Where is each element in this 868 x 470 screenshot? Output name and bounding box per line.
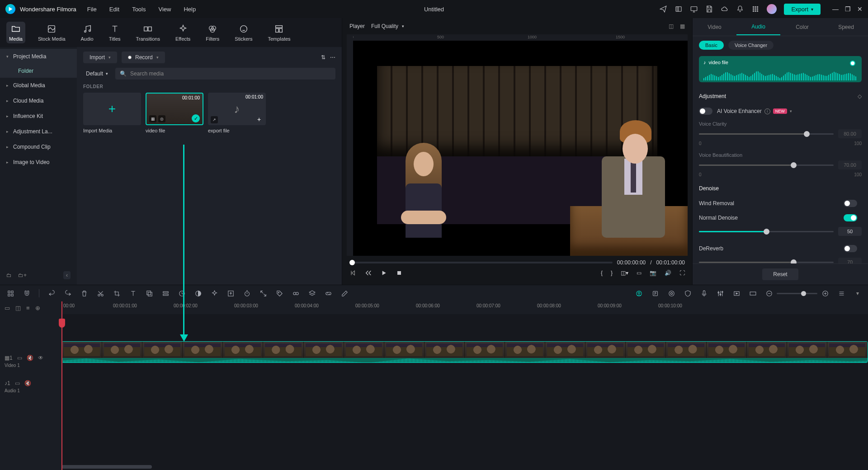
clip-waveform-card[interactable]: ♪video file [699, 56, 862, 82]
layers-button[interactable] [308, 289, 316, 297]
subtab-basic[interactable]: Basic [699, 41, 724, 50]
new-folder-icon[interactable]: 🗀 [6, 272, 12, 278]
scrub-knob[interactable] [349, 260, 355, 265]
redo-button[interactable] [64, 289, 72, 297]
menu-help[interactable]: Help [184, 6, 196, 13]
render-button[interactable] [732, 289, 741, 297]
tab-speed[interactable]: Speed [824, 19, 868, 35]
timeline-ruler[interactable]: 00:00 00:00:01:00 00:00:02:00 00:00:03:0… [61, 301, 868, 314]
keyframe-icon[interactable]: ◇ [858, 93, 862, 99]
menu-tools[interactable]: Tools [132, 6, 146, 13]
import-button[interactable]: Import [83, 52, 117, 63]
undo-button[interactable] [47, 289, 56, 297]
menu-edit[interactable]: Edit [109, 6, 119, 13]
mark-out-button[interactable]: } [611, 270, 613, 276]
picture-icon[interactable]: ▦ [680, 23, 685, 29]
tab-media[interactable]: Media [6, 22, 25, 43]
screen-icon[interactable]: ▭ [637, 270, 642, 276]
tab-audio[interactable]: Audio [736, 19, 780, 35]
info-icon[interactable]: i [764, 108, 770, 114]
mute-icon[interactable]: 🔇 [24, 380, 31, 386]
ai-button[interactable] [651, 289, 659, 297]
shield-button[interactable] [684, 289, 692, 297]
export-file-tile[interactable]: 00:01:00 ♪ ↗ + export file [208, 93, 266, 133]
sidebar-folder[interactable]: Folder [0, 64, 77, 78]
fullscreen-button[interactable]: ⛶ [679, 270, 685, 276]
effect-button[interactable] [210, 289, 218, 297]
video-clip[interactable]: ▶video file [61, 341, 868, 363]
tab-color[interactable]: Color [780, 19, 824, 35]
ai-enhancer-toggle[interactable] [699, 108, 712, 115]
audio-track-header[interactable]: ♪1▭🔇 Audio 1 [0, 374, 61, 399]
expand-button[interactable] [259, 289, 267, 297]
magnet-icon[interactable] [23, 289, 31, 297]
sidebar-global-media[interactable]: ▸Global Media [0, 78, 77, 93]
stop-button[interactable] [396, 269, 403, 277]
subtab-voice-changer[interactable]: Voice Changer [728, 41, 774, 50]
playhead[interactable] [61, 301, 62, 470]
layout-icon[interactable]: ◫▾ [621, 270, 628, 276]
zoom-out-button[interactable] [765, 289, 773, 297]
user-avatar[interactable] [767, 4, 777, 14]
export-clip-button[interactable] [226, 289, 235, 297]
playhead-handle[interactable] [59, 319, 65, 328]
video-track-header[interactable]: ▦1▭🔇👁 Video 1 [0, 348, 61, 374]
sort-icon[interactable]: ⇅ [321, 54, 326, 61]
tag-button[interactable] [275, 289, 283, 297]
tab-titles[interactable]: Titles [106, 22, 123, 43]
zoom-slider[interactable] [777, 293, 817, 294]
mic-button[interactable] [700, 289, 708, 297]
rewind-button[interactable] [365, 269, 372, 277]
chevron-down-icon[interactable]: ▾ [790, 109, 792, 113]
volume-button[interactable]: 🔊 [665, 270, 671, 276]
gutter-icon-4[interactable]: ⊕ [35, 305, 40, 311]
track-button[interactable] [161, 289, 170, 297]
collapse-sidebar-button[interactable]: ‹ [63, 271, 71, 279]
sidebar-influence-kit[interactable]: ▸Influence Kit [0, 108, 77, 124]
desktop-icon[interactable] [690, 5, 698, 13]
timeline-tracks[interactable]: 00:00 00:00:01:00 00:00:02:00 00:00:03:0… [61, 301, 868, 470]
sidebar-project-media[interactable]: ▾Project Media [0, 49, 77, 64]
scrub-bar[interactable] [349, 262, 613, 263]
normal-slider[interactable] [699, 231, 834, 232]
save-icon[interactable] [705, 5, 713, 13]
cut-button[interactable] [96, 289, 104, 297]
compare-icon[interactable]: ◫ [669, 23, 674, 29]
add-icon[interactable]: ▭ [15, 380, 20, 386]
tab-stickers[interactable]: Stickers [232, 22, 255, 43]
tab-filters[interactable]: Filters [203, 22, 222, 43]
sidebar-image-to-video[interactable]: ▸Image to Video [0, 155, 77, 170]
maximize-button[interactable]: ❐ [845, 5, 851, 13]
color-button[interactable] [194, 289, 202, 297]
wind-toggle[interactable] [844, 200, 857, 207]
cloud-icon[interactable] [721, 5, 729, 13]
normal-toggle[interactable] [844, 214, 857, 221]
more-icon[interactable]: ⋯ [330, 54, 335, 61]
aspect-button[interactable] [749, 289, 757, 297]
record-button[interactable]: Record [122, 52, 165, 63]
tab-audio[interactable]: Audio [78, 22, 96, 43]
play-button[interactable] [380, 269, 387, 277]
gutter-icon-2[interactable]: ◫ [15, 305, 21, 311]
player-viewport[interactable]: 0 500 1000 1500 [347, 34, 688, 256]
search-input[interactable]: 🔍Search media [115, 68, 335, 80]
sidebar-compound[interactable]: ▸Compound Clip [0, 139, 77, 155]
apps-icon[interactable] [751, 5, 760, 13]
tab-transitions[interactable]: Transitions [133, 22, 163, 43]
tab-effects[interactable]: Effects [173, 22, 193, 43]
video-file-tile[interactable]: 00:01:00 ▦◎ ✓ video file [146, 93, 203, 133]
snapshot-button[interactable]: 📷 [650, 270, 656, 276]
tab-video[interactable]: Video [693, 19, 736, 35]
mute-icon[interactable]: 🔇 [27, 355, 33, 361]
delete-button[interactable] [80, 289, 88, 297]
sidebar-cloud-media[interactable]: ▸Cloud Media [0, 93, 77, 108]
add-icon[interactable]: + [255, 115, 263, 123]
prev-frame-button[interactable] [349, 269, 357, 277]
new-bin-icon[interactable]: 🗀+ [18, 272, 27, 278]
audio-track[interactable] [61, 365, 868, 390]
tab-stock[interactable]: Stock Media [35, 22, 68, 43]
send-icon[interactable] [659, 5, 667, 13]
menu-chevron-icon[interactable]: ▾ [854, 289, 862, 297]
normal-value[interactable]: 50 [838, 227, 862, 236]
library-icon[interactable] [675, 5, 683, 13]
